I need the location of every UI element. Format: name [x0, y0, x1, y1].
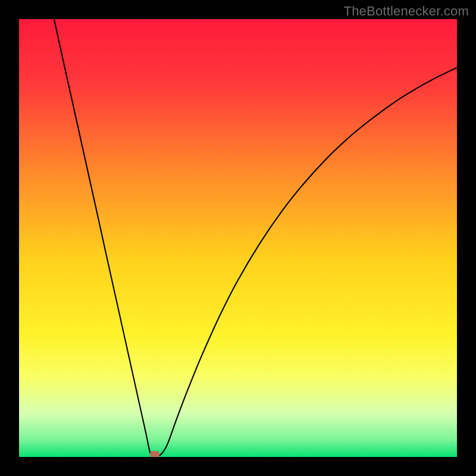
chart-frame: TheBottlenecker.com	[0, 0, 476, 476]
optimum-marker	[150, 451, 159, 457]
bottleneck-curve	[19, 19, 457, 457]
watermark-text: TheBottlenecker.com	[344, 4, 469, 19]
plot-area	[19, 19, 457, 457]
